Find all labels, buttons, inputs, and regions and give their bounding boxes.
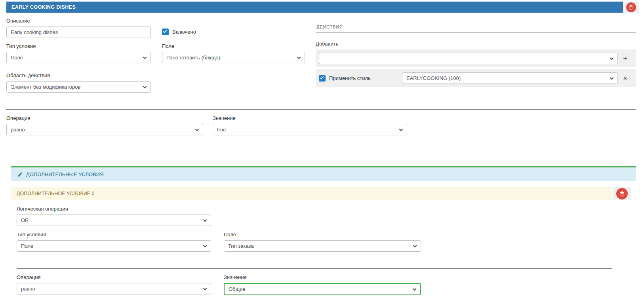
- enabled-label: Включено: [172, 29, 196, 35]
- condition-type-label: Тип условия: [6, 43, 151, 49]
- logical-operation-select[interactable]: OR: [17, 215, 211, 226]
- chevron-down-icon: [297, 55, 301, 59]
- chevron-down-icon: [610, 76, 614, 80]
- divider: [6, 109, 636, 110]
- checkmark-icon: [320, 75, 324, 79]
- chevron-down-icon: [399, 127, 403, 131]
- pencil-icon: [17, 172, 23, 177]
- field-value: Рано готовить (блюдо): [166, 55, 220, 61]
- remove-style-button[interactable]: ×: [618, 74, 633, 82]
- chevron-down-icon: [203, 218, 207, 222]
- style-value: EARLYCOOKING (100): [406, 75, 461, 81]
- enabled-checkbox[interactable]: [162, 28, 169, 35]
- rule-delete-cell: [623, 2, 639, 13]
- apply-style-checkbox[interactable]: [319, 75, 326, 82]
- divider: [17, 268, 612, 269]
- chevron-down-icon: [143, 84, 147, 88]
- chevron-down-icon: [195, 127, 199, 131]
- value-select[interactable]: true: [213, 124, 407, 135]
- chevron-down-icon: [610, 56, 614, 60]
- cond-operation-value: равно: [21, 286, 35, 292]
- field-label: Поле: [162, 43, 305, 49]
- divider: [6, 160, 636, 160]
- add-action-row: +: [316, 49, 636, 67]
- checkmark-icon: [163, 29, 167, 33]
- cond-field-label: Поле: [224, 232, 421, 237]
- cond-field-select[interactable]: Тип заказа: [224, 240, 421, 252]
- condition-type-value: Поле: [11, 55, 23, 61]
- cond-type-label: Тип условия: [17, 232, 211, 237]
- style-select[interactable]: EARLYCOOKING (100): [402, 72, 618, 84]
- delete-condition-button[interactable]: [616, 188, 628, 199]
- field-select[interactable]: Рано готовить (блюдо): [162, 52, 305, 63]
- logical-operation-label: Логическая операция: [17, 206, 211, 212]
- cond-operation-select[interactable]: равно: [17, 283, 211, 294]
- operation-value: равно: [11, 127, 25, 133]
- cond-value-label: Значение: [224, 274, 421, 280]
- operation-label: Операция: [6, 115, 203, 121]
- cond-type-select[interactable]: Поле: [17, 240, 211, 252]
- condition-delete-cell: [613, 187, 631, 200]
- add-action-label: Добавить: [316, 41, 636, 47]
- value-value: true: [217, 127, 226, 133]
- chevron-down-icon: [203, 243, 207, 247]
- cond-operation-label: Операция: [17, 274, 211, 280]
- logical-operation-value: OR: [21, 217, 29, 223]
- scope-value: Элемент без модификаторов: [11, 84, 80, 90]
- plus-icon: +: [623, 54, 627, 63]
- description-label: Описание: [6, 18, 151, 24]
- rule-header: EARLY COOKING DISHES: [6, 2, 639, 13]
- add-action-button[interactable]: +: [618, 55, 633, 62]
- add-action-select[interactable]: [319, 53, 618, 64]
- value-label: Значение: [213, 115, 407, 121]
- rule-title: EARLY COOKING DISHES: [6, 2, 623, 13]
- additional-conditions-title: ДОПОЛНИТЕЛЬНЫЕ УСЛОВИЯ: [26, 171, 104, 177]
- cond-type-value: Поле: [21, 243, 33, 249]
- apply-style-label: Применить стиль: [329, 75, 371, 81]
- chevron-down-icon: [413, 287, 417, 291]
- operation-select[interactable]: равно: [6, 124, 203, 135]
- actions-section-label: действия: [316, 22, 636, 32]
- additional-condition-header: ДОПОЛНИТЕЛЬНОЕ УСЛОВИЕ 0: [11, 187, 631, 200]
- description-field: Описание: [6, 18, 151, 38]
- rule-editor-page: EARLY COOKING DISHES Описание Включено: [0, 0, 644, 300]
- additional-conditions-header[interactable]: ДОПОЛНИТЕЛЬНЫЕ УСЛОВИЯ: [11, 166, 636, 181]
- chevron-down-icon: [413, 243, 417, 247]
- additional-condition-title: ДОПОЛНИТЕЛЬНОЕ УСЛОВИЕ 0: [11, 187, 612, 200]
- cond-field-value: Тип заказа: [228, 243, 254, 249]
- trash-icon: [628, 4, 634, 10]
- apply-style-row: Применить стиль EARLYCOOKING (100) ×: [316, 69, 636, 87]
- close-icon: ×: [623, 74, 627, 82]
- delete-rule-button[interactable]: [626, 2, 636, 12]
- chevron-down-icon: [143, 55, 147, 59]
- additional-condition-body: Логическая операция OR Тип условия Поле …: [17, 206, 619, 295]
- cond-value-select[interactable]: Общие: [224, 283, 421, 295]
- scope-select[interactable]: Элемент без модификаторов: [6, 81, 151, 93]
- cond-value-value: Общие: [229, 286, 246, 292]
- scope-label: Область действия: [6, 72, 151, 78]
- condition-type-select[interactable]: Поле: [6, 52, 151, 63]
- description-input[interactable]: [6, 27, 151, 38]
- chevron-down-icon: [203, 286, 207, 290]
- trash-icon: [619, 191, 625, 197]
